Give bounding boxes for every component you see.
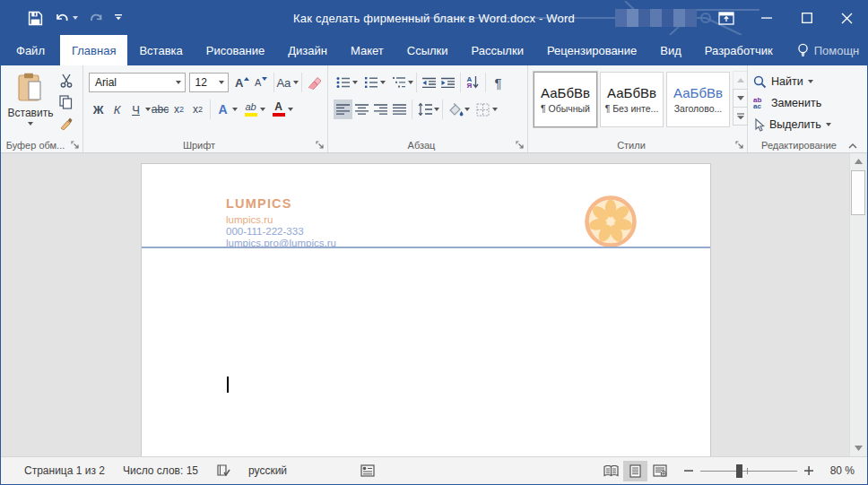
styles-more-icon[interactable] bbox=[733, 107, 748, 126]
multilevel-list-button[interactable] bbox=[389, 73, 408, 92]
align-center-button[interactable] bbox=[352, 100, 371, 119]
tab-developer[interactable]: Разработчик bbox=[693, 35, 785, 65]
align-left-button[interactable] bbox=[334, 100, 352, 119]
tab-references[interactable]: Ссылки bbox=[395, 35, 460, 65]
tab-file[interactable]: Файл bbox=[1, 35, 60, 65]
scroll-up-icon[interactable] bbox=[850, 153, 866, 169]
format-painter-icon[interactable] bbox=[56, 114, 75, 134]
tab-layout[interactable]: Макет bbox=[339, 35, 395, 65]
word-count[interactable]: Число слов: 15 bbox=[123, 464, 198, 477]
italic-button[interactable]: К bbox=[108, 100, 126, 119]
cut-icon[interactable] bbox=[56, 71, 75, 91]
text-effects-dropdown-icon[interactable] bbox=[232, 108, 238, 111]
save-icon[interactable] bbox=[24, 6, 47, 30]
tab-insert[interactable]: Вставка bbox=[127, 35, 194, 65]
scroll-down-icon[interactable] bbox=[850, 440, 866, 456]
vertical-scrollbar[interactable] bbox=[849, 153, 866, 456]
document-area[interactable]: LUMPICS lumpics.ru 000-111-222-333 lumpi… bbox=[1, 153, 867, 456]
style-no-spacing[interactable]: АаБбВв ¶ Без инте... bbox=[600, 72, 664, 127]
collapse-ribbon-icon[interactable] bbox=[848, 143, 857, 149]
line-spacing-button[interactable] bbox=[415, 100, 434, 119]
font-color-dropdown-icon[interactable] bbox=[288, 108, 293, 111]
tell-me-box[interactable]: Помощн bbox=[788, 35, 868, 65]
print-layout-button[interactable] bbox=[623, 461, 647, 481]
text-effects-button[interactable]: A bbox=[213, 100, 232, 119]
show-marks-button[interactable]: ¶ bbox=[489, 73, 508, 92]
replace-button[interactable]: ab ac Заменить bbox=[753, 92, 859, 114]
subscript-button[interactable]: x2 bbox=[169, 100, 188, 119]
ribbon-display-options-icon[interactable] bbox=[706, 1, 746, 35]
style-heading1[interactable]: АаБбВв Заголово... bbox=[666, 72, 730, 127]
scrollbar-thumb[interactable] bbox=[851, 170, 865, 215]
select-dropdown-icon[interactable] bbox=[826, 123, 831, 126]
maximize-button[interactable] bbox=[786, 1, 827, 35]
customize-qat-icon[interactable] bbox=[110, 6, 126, 30]
page-indicator[interactable]: Страница 1 из 2 bbox=[24, 464, 105, 477]
paste-button[interactable]: Вставить bbox=[8, 73, 53, 137]
bullets-dropdown-icon[interactable] bbox=[352, 81, 358, 84]
styles-scroll-up-icon[interactable] bbox=[733, 71, 748, 90]
align-right-button[interactable] bbox=[371, 100, 390, 119]
clipboard-dialog-launcher-icon[interactable] bbox=[71, 141, 80, 150]
font-name-combobox[interactable]: Arial bbox=[89, 73, 186, 92]
zoom-in-icon[interactable] bbox=[804, 466, 813, 475]
style-normal[interactable]: АаБбВв ¶ Обычный bbox=[534, 72, 597, 127]
font-size-combobox[interactable]: 12 bbox=[189, 73, 229, 92]
shading-button[interactable] bbox=[446, 100, 464, 119]
font-dialog-launcher-icon[interactable] bbox=[316, 141, 325, 150]
close-button[interactable] bbox=[827, 1, 867, 35]
justify-button[interactable] bbox=[390, 100, 409, 119]
underline-button[interactable]: Ч bbox=[126, 100, 145, 119]
increase-indent-icon[interactable] bbox=[438, 73, 457, 92]
copy-icon[interactable] bbox=[56, 92, 75, 112]
find-dropdown-icon[interactable] bbox=[808, 80, 813, 83]
tab-mailings[interactable]: Рассылки bbox=[460, 35, 535, 65]
highlight-dropdown-icon[interactable] bbox=[260, 108, 265, 111]
font-color-button[interactable]: A bbox=[269, 100, 288, 119]
zoom-level[interactable]: 80 % bbox=[822, 464, 855, 477]
shading-dropdown-icon[interactable] bbox=[464, 108, 470, 111]
tab-home[interactable]: Главная bbox=[60, 35, 127, 65]
numbering-button[interactable] bbox=[361, 73, 380, 92]
read-mode-button[interactable] bbox=[599, 461, 623, 481]
shrink-font-button[interactable]: A bbox=[252, 73, 271, 92]
macro-record-icon[interactable] bbox=[360, 464, 375, 477]
tab-view[interactable]: Вид bbox=[648, 35, 693, 65]
zoom-slider-thumb[interactable] bbox=[736, 464, 742, 478]
find-button[interactable]: Найти bbox=[753, 71, 859, 92]
tab-review[interactable]: Рецензирование bbox=[535, 35, 648, 65]
undo-dropdown-icon[interactable] bbox=[73, 16, 78, 20]
paragraph-dialog-launcher-icon[interactable] bbox=[516, 141, 525, 150]
font-name-value: Arial bbox=[95, 76, 117, 89]
document-page[interactable]: LUMPICS lumpics.ru 000-111-222-333 lumpi… bbox=[141, 163, 711, 456]
styles-scroll-down-icon[interactable] bbox=[733, 89, 748, 108]
decrease-indent-icon[interactable] bbox=[420, 73, 438, 92]
styles-dialog-launcher-icon[interactable] bbox=[735, 141, 744, 150]
undo-button[interactable] bbox=[50, 6, 82, 30]
clear-formatting-icon[interactable] bbox=[305, 73, 324, 92]
web-layout-button[interactable] bbox=[647, 461, 672, 481]
strikethrough-button[interactable]: abc bbox=[151, 100, 169, 119]
paste-dropdown-icon[interactable] bbox=[28, 122, 33, 126]
zoom-slider[interactable] bbox=[700, 463, 797, 478]
zoom-out-icon[interactable] bbox=[684, 466, 693, 475]
language-indicator[interactable]: русский bbox=[248, 464, 287, 477]
borders-dropdown-icon[interactable] bbox=[492, 108, 498, 111]
bullets-button[interactable] bbox=[334, 73, 352, 92]
tell-me-label: Помощн bbox=[814, 44, 860, 57]
multilevel-dropdown-icon[interactable] bbox=[408, 81, 413, 84]
numbering-dropdown-icon[interactable] bbox=[380, 81, 386, 84]
highlight-button[interactable]: ab bbox=[241, 100, 260, 119]
sort-button[interactable]: А Я bbox=[464, 73, 482, 92]
minimize-button[interactable] bbox=[746, 1, 786, 35]
proofing-icon[interactable] bbox=[216, 463, 230, 478]
borders-button[interactable] bbox=[473, 100, 492, 119]
grow-font-button[interactable]: A bbox=[233, 73, 252, 92]
tab-draw[interactable]: Рисование bbox=[195, 35, 276, 65]
line-spacing-dropdown-icon[interactable] bbox=[434, 108, 439, 111]
select-button[interactable]: Выделить bbox=[753, 114, 859, 135]
tab-design[interactable]: Дизайн bbox=[276, 35, 339, 65]
superscript-button[interactable]: x2 bbox=[188, 100, 207, 119]
bold-button[interactable]: Ж bbox=[89, 100, 108, 119]
change-case-button[interactable]: Aa bbox=[277, 73, 299, 92]
